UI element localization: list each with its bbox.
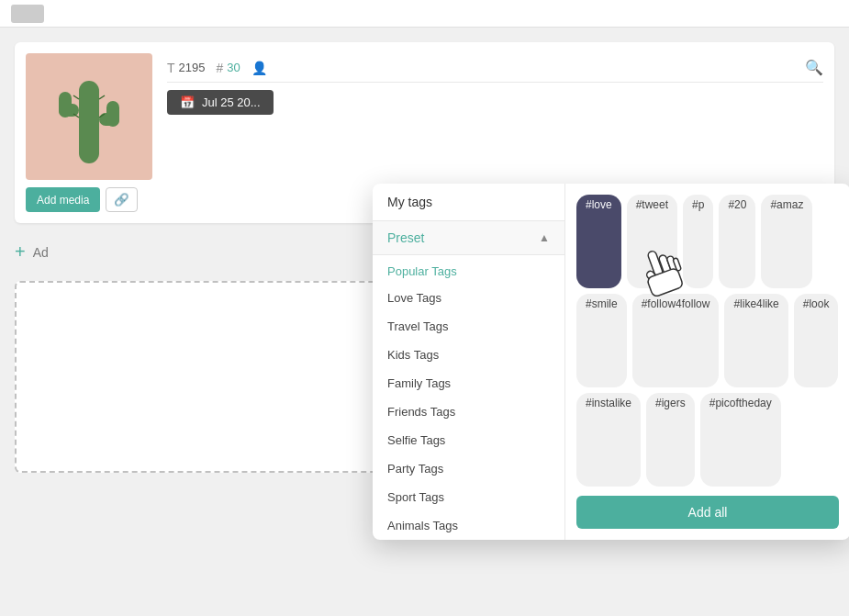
tags-dropdown: My tags Preset ▲ Popular Tags Love Tags … <box>373 184 849 540</box>
category-family[interactable]: Family Tags <box>373 369 564 398</box>
category-friends[interactable]: Friends Tags <box>373 398 564 426</box>
chip-p[interactable]: #p <box>683 195 713 288</box>
category-animals[interactable]: Animals Tags <box>373 511 564 540</box>
svg-rect-1 <box>79 81 99 163</box>
hashtag-chips: #love #tweet #p #20 #amaz #smile #follow… <box>576 195 839 487</box>
category-sport[interactable]: Sport Tags <box>373 483 564 511</box>
image-panel: Add media 🔗 <box>26 53 152 212</box>
chip-20[interactable]: #20 <box>719 195 755 288</box>
top-bar <box>0 0 849 28</box>
text-editor-area: T 2195 # 30 👤 🔍 📅 Jul 25 20... <box>167 53 823 180</box>
svg-rect-3 <box>59 92 72 118</box>
tags-content-panel: #love #tweet #p #20 #amaz #smile #follow… <box>565 184 849 540</box>
text-icon: T <box>167 61 175 75</box>
chip-love[interactable]: #love <box>576 195 621 288</box>
media-buttons: Add media 🔗 <box>26 187 152 212</box>
popular-tags-header: Popular Tags <box>373 255 564 284</box>
my-tags-header: My tags <box>373 184 564 221</box>
chip-picoftheday[interactable]: #picoftheday <box>700 393 781 487</box>
chip-instalike[interactable]: #instalike <box>576 393 641 487</box>
add-row-label: Ad <box>33 245 49 260</box>
category-party[interactable]: Party Tags <box>373 454 564 483</box>
chip-follow4follow[interactable]: #follow4follow <box>632 294 720 387</box>
category-kids[interactable]: Kids Tags <box>373 341 564 369</box>
add-plus-icon: + <box>15 241 26 263</box>
link-button[interactable]: 🔗 <box>106 187 138 212</box>
tags-list-panel: My tags Preset ▲ Popular Tags Love Tags … <box>373 184 565 540</box>
svg-rect-5 <box>106 101 119 127</box>
person-icon: 👤 <box>251 61 267 75</box>
hash-count: 30 <box>227 61 240 74</box>
editor-toolbar: T 2195 # 30 👤 🔍 <box>167 53 823 83</box>
search-icon: 🔍 <box>805 59 823 76</box>
hash-count-stat: # 30 <box>216 61 240 75</box>
image-thumbnail <box>26 53 152 180</box>
hash-icon: # <box>216 61 223 75</box>
category-love[interactable]: Love Tags <box>373 284 564 312</box>
extra-stat: 👤 <box>251 61 267 75</box>
chip-tweet[interactable]: #tweet <box>627 195 677 288</box>
category-travel[interactable]: Travel Tags <box>373 312 564 341</box>
preset-label: Preset <box>387 230 424 245</box>
add-media-button[interactable]: Add media <box>26 187 100 212</box>
category-selfie[interactable]: Selfie Tags <box>373 426 564 454</box>
calendar-icon: 📅 <box>180 95 195 109</box>
char-count: 2195 <box>179 61 206 74</box>
chip-smile[interactable]: #smile <box>576 294 627 387</box>
main-container: Add media 🔗 T 2195 # 30 <box>0 0 849 616</box>
schedule-bar[interactable]: 📅 Jul 25 20... <box>167 90 274 115</box>
chip-amaz[interactable]: #amaz <box>761 195 812 288</box>
my-tags-label: My tags <box>387 195 432 209</box>
chevron-up-icon: ▲ <box>539 231 550 244</box>
schedule-date: Jul 25 20... <box>202 95 261 109</box>
add-all-button[interactable]: Add all <box>576 496 839 529</box>
char-count-stat: T 2195 <box>167 61 205 75</box>
chip-igers[interactable]: #igers <box>646 393 695 487</box>
link-icon: 🔗 <box>114 193 129 207</box>
chip-look[interactable]: #look <box>794 294 839 387</box>
add-media-label: Add media <box>37 194 89 207</box>
preset-row[interactable]: Preset ▲ <box>373 221 564 255</box>
chip-like4like[interactable]: #like4like <box>724 294 788 387</box>
logo <box>11 5 44 23</box>
